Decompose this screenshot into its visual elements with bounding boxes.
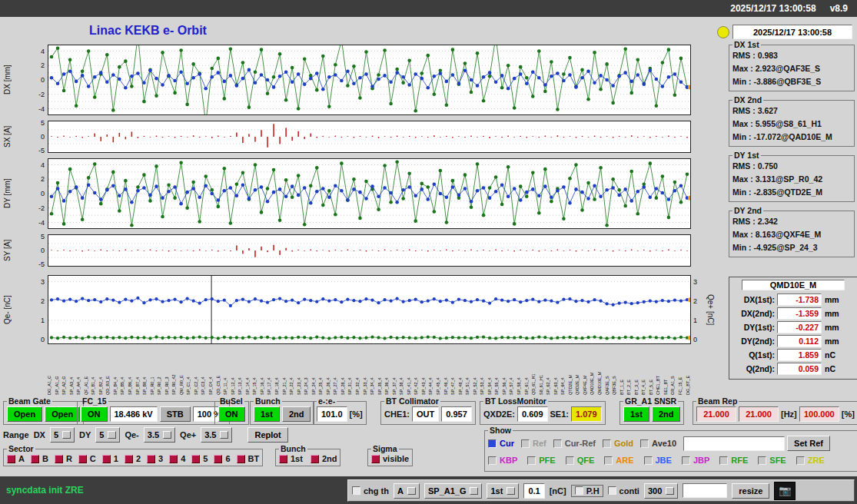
ref-checkbox[interactable]: Ref — [521, 439, 546, 448]
range-qe--dropdown[interactable]: 3.5 — [201, 427, 232, 443]
zre-checkbox[interactable]: ZRE — [796, 456, 825, 465]
ave10-checkbox[interactable]: Ave10 — [640, 439, 676, 448]
dy-y-ticks: 420-2-4 — [12, 158, 48, 229]
2-checkbox[interactable]: 2 — [125, 454, 141, 463]
bpm-detail-panel: QMD10E_M DX(1st):-1.738mmDX(2nd):-1.359m… — [729, 277, 857, 380]
bunch-2nd-button[interactable]: 2nd — [282, 406, 311, 422]
checkbox-label: C — [90, 454, 96, 463]
stat-box-legend: DY 1st — [732, 151, 761, 160]
qfe-checkbox[interactable]: QFE — [566, 456, 595, 465]
rfe-checkbox[interactable]: RFE — [719, 456, 748, 465]
checkbox-label: B — [42, 454, 48, 463]
r-checkbox[interactable]: R — [55, 454, 72, 463]
sfe-checkbox[interactable]: SFE — [758, 456, 786, 465]
range-dx-dropdown[interactable]: 5 — [50, 427, 75, 443]
set-ref-button[interactable]: Set Ref — [787, 436, 830, 451]
chg-th-checkbox[interactable]: chg th — [352, 486, 389, 496]
bt-collimator-legend: BT Collimator — [384, 396, 440, 406]
qmd-row-value: -0.227 — [777, 321, 822, 333]
qmd-row-value: -1.359 — [777, 307, 822, 320]
bpm-label: SP_C3_4 — [201, 346, 206, 395]
resize-button[interactable]: resize — [732, 483, 769, 499]
b-checkbox[interactable]: B — [31, 454, 48, 463]
4-checkbox[interactable]: 4 — [169, 454, 185, 463]
1st-checkbox[interactable]: 1st — [279, 454, 303, 463]
ref-name-input[interactable] — [683, 436, 785, 451]
a-checkbox[interactable]: A — [7, 454, 25, 463]
jbe-checkbox[interactable]: JBE — [644, 456, 672, 465]
checkbox-icon — [191, 455, 200, 463]
camera-button[interactable]: 📷 — [774, 482, 796, 500]
bpm-label: SP_24_4 — [312, 346, 317, 395]
bunch-filter-group: Bunch 1st2nd — [275, 444, 340, 466]
cur-ref-checkbox[interactable]: Cur-Ref — [553, 439, 596, 448]
range-qe--dropdown[interactable]: 3.5 — [144, 427, 175, 443]
ph-checkbox[interactable]: P.H — [571, 485, 603, 497]
bpm-label: SP_13_4 — [238, 346, 243, 395]
threshold-value-field[interactable]: 0.1 — [523, 483, 544, 499]
stat-box-dy-1st: DY 1stRMS : 0.750Max : 3.131@SP_R0_42Min… — [729, 151, 855, 202]
stat-row: RMS : 0.750 — [732, 160, 851, 173]
snsr-1st-button[interactable]: 1st — [623, 406, 649, 422]
ee-ratio-value: 101.0 — [317, 406, 347, 422]
range-dy-dropdown[interactable]: 5 — [95, 427, 120, 443]
sector-select-dropdown[interactable]: A — [394, 483, 420, 499]
page-title: Linac KEKB e- Orbit — [89, 24, 207, 38]
checkbox-label: Cur-Ref — [565, 439, 596, 448]
dropdown-handle-icon — [163, 431, 171, 439]
sx-plot — [48, 121, 691, 153]
chart-sy: SY [A]50-5 — [2, 234, 691, 267]
cur-checkbox[interactable]: Cur — [488, 439, 514, 448]
visible-checkbox[interactable]: visible — [371, 454, 409, 463]
beam-gate-open-1-button[interactable]: Open — [7, 406, 42, 422]
fc15-on-button[interactable]: ON — [81, 406, 108, 422]
gold-checkbox[interactable]: Gold — [603, 439, 633, 448]
bpm-label: SP_C2_4 — [194, 346, 199, 395]
conti-checkbox[interactable]: conti — [608, 486, 639, 496]
pfe-checkbox[interactable]: PFE — [527, 456, 555, 465]
status-text-input[interactable] — [683, 483, 727, 498]
bunch-1st-button[interactable]: 1st — [254, 406, 280, 422]
1-checkbox[interactable]: 1 — [102, 454, 118, 463]
bpm-label: SP_R0_1 — [151, 346, 155, 395]
bpm-label: BT_3_E — [635, 346, 639, 395]
replot-button[interactable]: Replot — [247, 427, 287, 443]
bt-checkbox[interactable]: BT — [237, 454, 260, 463]
2nd-checkbox[interactable]: 2nd — [311, 454, 337, 463]
range-dy-label: DY — [79, 430, 91, 439]
beam-rep-pct-label: [%] — [842, 410, 855, 419]
snsr-2nd-button[interactable]: 2nd — [652, 406, 681, 422]
sigma-legend: Sigma — [371, 444, 399, 453]
c-checkbox[interactable]: C — [78, 454, 96, 463]
checkbox-icon — [640, 439, 649, 448]
5-checkbox[interactable]: 5 — [191, 454, 208, 463]
threshold-unit-label: [nC] — [550, 486, 566, 496]
bpm-select-dropdown[interactable]: SP_A1_G — [424, 483, 483, 499]
fc15-stb-button[interactable]: STB — [160, 406, 191, 422]
bpm-label: SP_B8_4 — [143, 346, 148, 395]
bpm-label: SP_12_4 — [231, 346, 236, 395]
6-checkbox[interactable]: 6 — [214, 454, 230, 463]
sx-y-axis-label: SX [A] — [2, 121, 12, 153]
checkbox-label: PFE — [539, 456, 555, 465]
jbp-checkbox[interactable]: JBP — [682, 456, 709, 465]
stat-row: Max : 3.131@SP_R0_42 — [732, 173, 851, 186]
checkbox-icon — [237, 455, 245, 463]
beam-rep-legend: Beam Rep — [696, 396, 739, 406]
bpm-label: FC_15_E — [679, 346, 683, 395]
interval-dropdown[interactable]: 300 — [644, 483, 678, 499]
busel-on-button[interactable]: ON — [218, 406, 245, 422]
kbp-checkbox[interactable]: KBP — [488, 456, 517, 465]
top-bar: 2025/12/17 13:00:58 v8.9 — [0, 0, 857, 17]
qxd2e-label: QXD2E: — [483, 410, 515, 419]
checkbox-icon — [566, 456, 574, 465]
are-checkbox[interactable]: ARE — [604, 456, 633, 465]
bunch-select-dropdown[interactable]: 1st — [487, 483, 519, 499]
3-checkbox[interactable]: 3 — [147, 454, 163, 463]
checkbox-icon — [682, 456, 690, 465]
bpm-label: DG_A1_C — [48, 346, 52, 395]
bpm-label: SP_34_4 — [370, 346, 375, 395]
beam-gate-open-2-button[interactable]: Open — [45, 406, 80, 422]
bpm-label: SP_43_4 — [422, 346, 427, 395]
stat-row: Max : 2.923@QAF3E_S — [732, 62, 851, 75]
